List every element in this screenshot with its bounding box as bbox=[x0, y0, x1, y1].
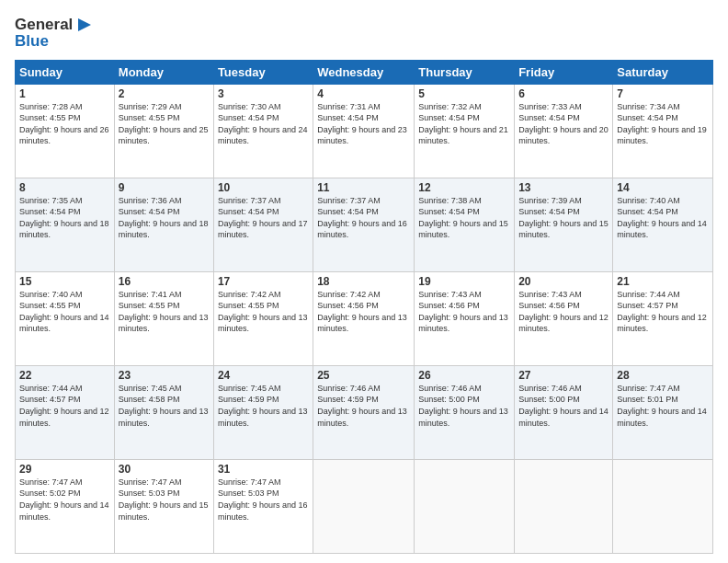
day-number: 30 bbox=[119, 463, 210, 476]
day-cell: 20Sunrise: 7:43 AMSunset: 4:56 PMDayligh… bbox=[515, 271, 613, 365]
page-header: General Blue bbox=[15, 15, 713, 51]
day-number: 4 bbox=[317, 87, 410, 100]
day-cell: 23Sunrise: 7:45 AMSunset: 4:58 PMDayligh… bbox=[114, 365, 213, 459]
day-header-monday: Monday bbox=[114, 60, 213, 84]
day-cell: 25Sunrise: 7:46 AMSunset: 4:59 PMDayligh… bbox=[313, 365, 415, 459]
day-info: Sunrise: 7:29 AMSunset: 4:55 PMDaylight:… bbox=[119, 102, 209, 146]
day-number: 29 bbox=[19, 463, 110, 476]
day-number: 5 bbox=[418, 87, 510, 100]
day-number: 18 bbox=[317, 275, 410, 288]
day-info: Sunrise: 7:47 AMSunset: 5:01 PMDaylight:… bbox=[617, 384, 707, 428]
logo: General Blue bbox=[15, 15, 95, 51]
day-cell: 3Sunrise: 7:30 AMSunset: 4:54 PMDaylight… bbox=[213, 84, 313, 178]
day-cell bbox=[313, 459, 415, 553]
day-number: 13 bbox=[518, 181, 609, 194]
day-number: 19 bbox=[418, 275, 510, 288]
day-cell: 21Sunrise: 7:44 AMSunset: 4:57 PMDayligh… bbox=[613, 271, 713, 365]
day-info: Sunrise: 7:44 AMSunset: 4:57 PMDaylight:… bbox=[617, 290, 707, 334]
week-row-5: 29Sunrise: 7:47 AMSunset: 5:02 PMDayligh… bbox=[16, 459, 713, 553]
day-number: 15 bbox=[19, 275, 110, 288]
day-cell: 2Sunrise: 7:29 AMSunset: 4:55 PMDaylight… bbox=[114, 84, 213, 178]
day-number: 23 bbox=[119, 369, 210, 382]
day-info: Sunrise: 7:47 AMSunset: 5:02 PMDaylight:… bbox=[19, 477, 109, 522]
day-header-thursday: Thursday bbox=[415, 60, 515, 84]
day-cell: 26Sunrise: 7:46 AMSunset: 5:00 PMDayligh… bbox=[415, 365, 515, 459]
day-number: 2 bbox=[119, 87, 210, 100]
day-info: Sunrise: 7:36 AMSunset: 4:54 PMDaylight:… bbox=[119, 196, 209, 240]
day-info: Sunrise: 7:46 AMSunset: 5:00 PMDaylight:… bbox=[518, 384, 609, 428]
day-cell: 24Sunrise: 7:45 AMSunset: 4:59 PMDayligh… bbox=[213, 365, 313, 459]
day-number: 16 bbox=[119, 275, 210, 288]
day-cell bbox=[613, 459, 713, 553]
calendar-page: General Blue SundayMondayTuesdayWednesda… bbox=[0, 0, 728, 563]
day-cell: 27Sunrise: 7:46 AMSunset: 5:00 PMDayligh… bbox=[515, 365, 613, 459]
day-cell: 31Sunrise: 7:47 AMSunset: 5:03 PMDayligh… bbox=[213, 459, 313, 553]
day-cell: 18Sunrise: 7:42 AMSunset: 4:56 PMDayligh… bbox=[313, 271, 415, 365]
day-number: 9 bbox=[119, 181, 210, 194]
day-number: 14 bbox=[617, 181, 709, 194]
day-cell: 22Sunrise: 7:44 AMSunset: 4:57 PMDayligh… bbox=[16, 365, 115, 459]
day-number: 31 bbox=[218, 463, 309, 476]
day-cell: 14Sunrise: 7:40 AMSunset: 4:54 PMDayligh… bbox=[613, 178, 713, 271]
day-cell: 12Sunrise: 7:38 AMSunset: 4:54 PMDayligh… bbox=[415, 178, 515, 271]
day-cell: 6Sunrise: 7:33 AMSunset: 4:54 PMDaylight… bbox=[515, 84, 613, 178]
day-cell: 30Sunrise: 7:47 AMSunset: 5:03 PMDayligh… bbox=[114, 459, 213, 553]
day-number: 10 bbox=[218, 181, 309, 194]
week-row-3: 15Sunrise: 7:40 AMSunset: 4:55 PMDayligh… bbox=[16, 271, 713, 365]
day-info: Sunrise: 7:42 AMSunset: 4:55 PMDaylight:… bbox=[218, 290, 308, 334]
day-number: 24 bbox=[218, 369, 309, 382]
day-cell: 4Sunrise: 7:31 AMSunset: 4:54 PMDaylight… bbox=[313, 84, 415, 178]
day-info: Sunrise: 7:46 AMSunset: 5:00 PMDaylight:… bbox=[418, 384, 508, 428]
day-info: Sunrise: 7:40 AMSunset: 4:55 PMDaylight:… bbox=[19, 290, 109, 334]
week-row-2: 8Sunrise: 7:35 AMSunset: 4:54 PMDaylight… bbox=[16, 178, 713, 271]
day-cell: 11Sunrise: 7:37 AMSunset: 4:54 PMDayligh… bbox=[313, 178, 415, 271]
day-info: Sunrise: 7:31 AMSunset: 4:54 PMDaylight:… bbox=[317, 102, 407, 146]
day-number: 6 bbox=[518, 87, 609, 100]
day-number: 26 bbox=[418, 369, 510, 382]
day-info: Sunrise: 7:47 AMSunset: 5:03 PMDaylight:… bbox=[119, 477, 209, 522]
day-info: Sunrise: 7:34 AMSunset: 4:54 PMDaylight:… bbox=[617, 102, 707, 146]
day-cell: 5Sunrise: 7:32 AMSunset: 4:54 PMDaylight… bbox=[415, 84, 515, 178]
day-info: Sunrise: 7:45 AMSunset: 4:58 PMDaylight:… bbox=[119, 384, 209, 428]
day-info: Sunrise: 7:45 AMSunset: 4:59 PMDaylight:… bbox=[218, 384, 308, 428]
week-row-1: 1Sunrise: 7:28 AMSunset: 4:55 PMDaylight… bbox=[16, 84, 713, 178]
day-number: 11 bbox=[317, 181, 410, 194]
day-info: Sunrise: 7:30 AMSunset: 4:54 PMDaylight:… bbox=[218, 102, 308, 146]
day-info: Sunrise: 7:33 AMSunset: 4:54 PMDaylight:… bbox=[518, 102, 609, 146]
calendar-table: SundayMondayTuesdayWednesdayThursdayFrid… bbox=[15, 60, 713, 554]
day-number: 3 bbox=[218, 87, 309, 100]
day-info: Sunrise: 7:42 AMSunset: 4:56 PMDaylight:… bbox=[317, 290, 407, 334]
day-cell: 29Sunrise: 7:47 AMSunset: 5:02 PMDayligh… bbox=[16, 459, 115, 553]
day-number: 28 bbox=[617, 369, 709, 382]
day-cell: 15Sunrise: 7:40 AMSunset: 4:55 PMDayligh… bbox=[16, 271, 115, 365]
day-cell: 8Sunrise: 7:35 AMSunset: 4:54 PMDaylight… bbox=[16, 178, 115, 271]
day-header-saturday: Saturday bbox=[613, 60, 713, 84]
day-number: 21 bbox=[617, 275, 709, 288]
day-number: 22 bbox=[19, 369, 110, 382]
day-cell bbox=[415, 459, 515, 553]
day-info: Sunrise: 7:40 AMSunset: 4:54 PMDaylight:… bbox=[617, 196, 707, 240]
day-info: Sunrise: 7:37 AMSunset: 4:54 PMDaylight:… bbox=[317, 196, 407, 240]
day-info: Sunrise: 7:43 AMSunset: 4:56 PMDaylight:… bbox=[418, 290, 508, 334]
day-info: Sunrise: 7:32 AMSunset: 4:54 PMDaylight:… bbox=[418, 102, 508, 146]
svg-marker-0 bbox=[78, 18, 91, 31]
day-cell: 16Sunrise: 7:41 AMSunset: 4:55 PMDayligh… bbox=[114, 271, 213, 365]
day-cell: 17Sunrise: 7:42 AMSunset: 4:55 PMDayligh… bbox=[213, 271, 313, 365]
day-info: Sunrise: 7:35 AMSunset: 4:54 PMDaylight:… bbox=[19, 196, 109, 240]
day-info: Sunrise: 7:28 AMSunset: 4:55 PMDaylight:… bbox=[19, 102, 109, 146]
day-number: 27 bbox=[518, 369, 609, 382]
day-info: Sunrise: 7:37 AMSunset: 4:54 PMDaylight:… bbox=[218, 196, 308, 240]
day-number: 12 bbox=[418, 181, 510, 194]
day-header-sunday: Sunday bbox=[16, 60, 115, 84]
day-cell: 9Sunrise: 7:36 AMSunset: 4:54 PMDaylight… bbox=[114, 178, 213, 271]
day-info: Sunrise: 7:47 AMSunset: 5:03 PMDaylight:… bbox=[218, 477, 308, 522]
day-cell: 28Sunrise: 7:47 AMSunset: 5:01 PMDayligh… bbox=[613, 365, 713, 459]
day-number: 17 bbox=[218, 275, 309, 288]
day-info: Sunrise: 7:38 AMSunset: 4:54 PMDaylight:… bbox=[418, 196, 508, 240]
logo-text-general: General bbox=[15, 16, 73, 34]
calendar-header-row: SundayMondayTuesdayWednesdayThursdayFrid… bbox=[16, 60, 713, 84]
day-number: 20 bbox=[518, 275, 609, 288]
day-number: 7 bbox=[617, 87, 709, 100]
day-number: 25 bbox=[317, 369, 410, 382]
day-cell: 13Sunrise: 7:39 AMSunset: 4:54 PMDayligh… bbox=[515, 178, 613, 271]
